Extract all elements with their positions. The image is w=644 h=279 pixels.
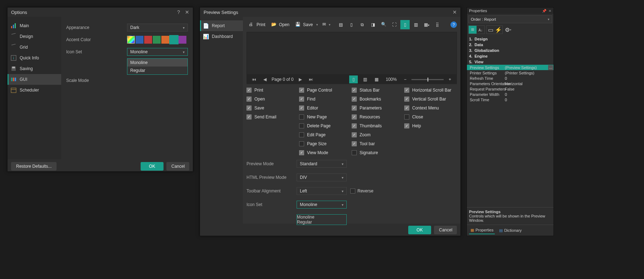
checkbox-new-page[interactable]: New Page — [299, 114, 352, 119]
continuous-button[interactable]: ▥ — [411, 20, 420, 29]
close-icon[interactable]: ✕ — [185, 9, 189, 15]
ok-button[interactable]: OK — [408, 226, 431, 234]
checkbox-horizontal-scroll-bar[interactable]: Horizontal Scroll Bar — [404, 88, 457, 93]
view-mode-single[interactable]: ▯ — [349, 75, 358, 83]
pv-iconset-dropdown[interactable]: Monoline — [297, 201, 347, 209]
property-row[interactable]: Request ParametersFalse — [467, 86, 553, 92]
property-row[interactable]: Preview Settings(Preview Settings)… — [467, 65, 553, 70]
preview-mode-dropdown[interactable]: Standard — [297, 160, 347, 168]
reverse-checkbox[interactable]: Reverse — [350, 189, 374, 194]
sidebar-item-dashboard[interactable]: 📊Dashboard — [200, 31, 243, 42]
close-icon[interactable]: ✕ — [453, 9, 457, 15]
send-email-button[interactable]: ▾ — [322, 20, 331, 29]
property-category[interactable]: 3.Globalization — [467, 48, 553, 53]
checkbox-open[interactable]: Open — [247, 97, 299, 102]
dropdown-item[interactable]: Monoline — [297, 215, 346, 220]
tab-properties[interactable]: ▦Properties — [469, 226, 495, 234]
accent-swatch[interactable] — [136, 36, 143, 44]
property-row[interactable]: Parameters OrientationHorizontal — [467, 81, 553, 86]
accent-swatch[interactable] — [127, 36, 135, 44]
find-button[interactable] — [379, 20, 388, 29]
checkbox-page-size[interactable]: Page Size — [299, 141, 352, 146]
sidebar-item-scheduler[interactable]: Scheduler — [8, 85, 61, 96]
dropdown-item[interactable]: Monoline — [127, 59, 187, 67]
cancel-button[interactable]: Cancel — [166, 162, 189, 171]
dropdown-item[interactable]: Regular — [297, 220, 346, 225]
dot-matrix-button[interactable]: ⣿ — [433, 20, 442, 29]
thumbnails-button[interactable]: ◨ — [368, 20, 377, 29]
open-button[interactable]: Open — [269, 20, 292, 29]
localize-button[interactable]: ▭ — [487, 26, 494, 34]
alphabetical-button[interactable] — [477, 26, 484, 34]
checkbox-close[interactable]: Close — [404, 114, 457, 119]
checkbox-delete-page[interactable]: Delete Page — [299, 123, 352, 128]
view-mode-multiple[interactable]: ▦ — [372, 75, 381, 83]
iconset-dropdown-menu[interactable]: MonolineRegular — [127, 58, 188, 75]
property-row[interactable]: Scroll Time0 — [467, 97, 553, 102]
save-button[interactable]: Save▾ — [293, 20, 320, 29]
property-category[interactable]: 2.Data — [467, 42, 553, 48]
sidebar-item-report[interactable]: 📄Report — [200, 20, 243, 31]
property-category[interactable]: 1.Design — [467, 36, 553, 42]
sidebar-item-saving[interactable]: Saving — [8, 63, 61, 74]
checkbox-bookmarks[interactable]: Bookmarks — [352, 97, 404, 102]
events-button[interactable] — [494, 26, 502, 34]
checkbox-send-email[interactable]: Send Email — [247, 114, 299, 119]
checkbox-zoom[interactable]: Zoom — [352, 132, 404, 137]
checkbox-signature[interactable]: Signature — [352, 150, 404, 155]
fullscreen-button[interactable]: ⛶ — [390, 20, 399, 29]
ok-button[interactable]: OK — [141, 162, 164, 171]
accent-swatch[interactable] — [170, 36, 178, 44]
checkbox-status-bar[interactable]: Status Bar — [352, 88, 404, 93]
checkbox-save[interactable]: Save — [247, 106, 299, 111]
resources-button[interactable]: ⧉ — [357, 20, 367, 29]
accent-swatch[interactable] — [179, 36, 186, 44]
multi-page-button[interactable]: ▦▾ — [422, 20, 431, 29]
properties-subject-dropdown[interactable]: Order : Report ▾ — [468, 15, 552, 23]
checkbox-tool-bar[interactable]: Tool bar — [352, 141, 404, 146]
checkbox-context-menu[interactable]: Context Menu — [404, 106, 457, 111]
property-category[interactable]: 5.View — [467, 59, 553, 65]
print-button[interactable]: Print — [247, 20, 268, 29]
checkbox-edit-page[interactable]: Edit Page — [299, 132, 352, 137]
pv-iconset-dropdown-menu[interactable]: MonolineRegular — [297, 214, 347, 225]
bookmarks-button[interactable]: ▤ — [336, 20, 345, 29]
cancel-button[interactable]: Cancel — [434, 226, 457, 234]
iconset-dropdown[interactable]: Monoline — [127, 48, 188, 56]
sidebar-item-design[interactable]: Design — [8, 31, 61, 42]
last-page-button[interactable]: ⏭ — [307, 77, 315, 82]
parameters-button[interactable]: ▯ — [347, 20, 356, 29]
checkbox-page-control[interactable]: Page Control — [299, 88, 352, 93]
sidebar-item-quickinfo[interactable]: iQuick Info — [8, 53, 61, 63]
property-category[interactable]: 4.Engine — [467, 53, 553, 59]
checkbox-help[interactable]: Help — [404, 123, 457, 128]
checkbox-parameters[interactable]: Parameters — [352, 106, 404, 111]
toolbar-align-dropdown[interactable]: Left — [297, 187, 347, 195]
tab-dictionary[interactable]: ▤Dictionary — [498, 226, 523, 234]
properties-list[interactable]: 1.Design2.Data3.Globalization4.Engine5.V… — [467, 35, 553, 207]
appearance-dropdown[interactable]: Dark — [127, 24, 188, 31]
property-row[interactable]: Parameter Width0 — [467, 92, 553, 97]
accent-swatch[interactable] — [161, 36, 169, 44]
restore-defaults-button[interactable]: Restore Defaults... — [11, 162, 57, 171]
sidebar-item-grid[interactable]: Grid — [8, 42, 61, 53]
zoom-in-button[interactable]: + — [447, 77, 453, 82]
property-row[interactable]: Printer Settings(Printer Settings) — [467, 70, 553, 75]
checkbox-thumbnails[interactable]: Thumbnails — [352, 123, 404, 128]
ellipsis-button[interactable]: … — [548, 65, 553, 70]
pin-icon[interactable]: 📌 — [542, 9, 546, 13]
categorized-button[interactable]: ≡ — [469, 26, 477, 34]
zoom-out-button[interactable]: − — [402, 77, 409, 82]
accent-swatch[interactable] — [144, 36, 152, 44]
next-page-button[interactable]: ▶ — [296, 77, 304, 82]
html-mode-dropdown[interactable]: DIV — [297, 173, 347, 181]
checkbox-print[interactable]: Print — [247, 88, 299, 93]
sidebar-item-main[interactable]: Main — [8, 20, 61, 31]
checkbox-vertical-scroll-bar[interactable]: Vertical Scroll Bar — [404, 97, 457, 102]
view-mode-continuous[interactable]: ▥ — [361, 75, 369, 83]
help-icon[interactable]: ? — [177, 9, 180, 15]
first-page-button[interactable]: ⏮ — [250, 77, 258, 82]
checkbox-resources[interactable]: Resources — [352, 114, 404, 119]
help-button[interactable]: ? — [450, 21, 457, 28]
property-row[interactable]: Refresh Time0 — [467, 75, 553, 81]
